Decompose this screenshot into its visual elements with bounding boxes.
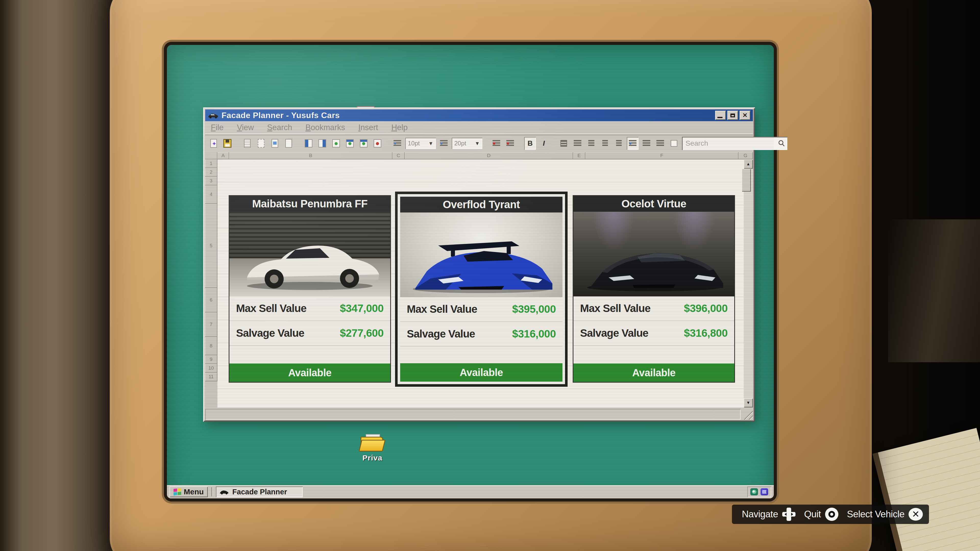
align-center-button[interactable] (585, 137, 597, 150)
salvage-row: Salvage Value $316,000 (400, 322, 563, 347)
vehicle-card-maibatsu[interactable]: Maibatsu Penumbra FF (229, 195, 391, 383)
spreadsheet-area: A B C D E F G 1 2 3 4 5 6 7 8 9 (205, 152, 753, 407)
scroll-down-arrow[interactable]: ▼ (744, 398, 753, 407)
menu-search[interactable]: Search (267, 123, 292, 132)
menu-file[interactable]: File (211, 123, 224, 132)
available-button[interactable]: Available (229, 364, 390, 382)
chevron-down-icon: ▼ (428, 141, 433, 146)
copy-button[interactable] (283, 137, 294, 150)
taskbar-task-facade-planner[interactable]: Facade Planner (216, 486, 303, 497)
insert-image-button[interactable] (269, 137, 281, 150)
italic-button[interactable]: I (538, 137, 550, 150)
desktop-icon-private[interactable]: Priva (353, 434, 391, 462)
start-menu-label: Menu (184, 487, 204, 496)
available-button[interactable]: Available (573, 364, 734, 382)
align-left-button[interactable] (572, 137, 584, 150)
paste-button[interactable] (255, 137, 267, 150)
window-dot-icon (332, 139, 340, 148)
max-sell-value: $347,000 (340, 302, 383, 314)
vehicle-photo-maibatsu (229, 212, 390, 297)
resize-grip[interactable] (742, 409, 753, 420)
scrollbar-thumb[interactable] (741, 168, 751, 192)
search-input[interactable] (686, 139, 778, 148)
font-size-large-combo[interactable]: 20pt▼ (452, 138, 482, 149)
max-sell-row: Max Sell Value $347,000 (229, 297, 390, 321)
row-header: 2 (205, 168, 218, 177)
vehicle-name: Maibatsu Penumbra FF (229, 196, 390, 212)
row-header: 3 (205, 177, 218, 186)
layout-left-button[interactable] (303, 137, 314, 150)
open-document-button[interactable] (242, 137, 253, 150)
column-header-g: G (738, 152, 753, 159)
row-header: 1 (205, 159, 218, 168)
toolbar: ✦ 10pt▼ 20pt▼ (205, 135, 753, 152)
column-header-row: A B C D E F G (205, 152, 753, 159)
max-sell-label: Max Sell Value (407, 303, 477, 315)
hint-label: Navigate (742, 509, 778, 519)
line-spacing-icon-large (438, 137, 450, 150)
outdent-button[interactable] (654, 137, 666, 150)
chevron-down-icon: ▼ (475, 141, 480, 146)
salvage-label: Salvage Value (236, 327, 304, 339)
menu-help[interactable]: Help (391, 123, 407, 132)
image-page-icon (272, 139, 278, 148)
window-green-1-button[interactable] (330, 137, 342, 150)
window-green-3-button[interactable] (358, 137, 369, 150)
available-button[interactable]: Available (400, 363, 563, 382)
new-document-button[interactable]: ✦ (208, 137, 220, 150)
search-box (682, 137, 788, 150)
salvage-label: Salvage Value (580, 327, 648, 339)
menu-view[interactable]: View (237, 123, 254, 132)
layout-split-button[interactable] (317, 137, 328, 150)
dashed-page-icon (258, 139, 264, 148)
floppy-disk-icon (223, 139, 231, 148)
close-button[interactable]: ✕ (740, 111, 750, 120)
vehicle-card-tyrant-selected[interactable]: Overflod Tyrant (395, 192, 568, 387)
numbered-list-button[interactable] (641, 137, 652, 150)
frame-button[interactable] (668, 137, 680, 150)
bracket-close-button[interactable] (613, 137, 625, 150)
max-sell-label: Max Sell Value (580, 302, 651, 314)
salvage-value: $316,000 (512, 328, 556, 340)
max-sell-row: Max Sell Value $395,000 (400, 297, 563, 322)
document-icon (244, 139, 251, 148)
car-icon (208, 112, 218, 119)
row-header: 8 (205, 337, 218, 355)
font-size-small-combo[interactable]: 10pt▼ (405, 138, 436, 149)
bracket-open-button[interactable] (599, 137, 611, 150)
bold-button[interactable]: B (524, 137, 536, 150)
hint-label: Quit (804, 509, 821, 519)
indent-marker-1-button[interactable] (490, 137, 502, 150)
network-tray-icon[interactable] (750, 488, 758, 495)
taskbar-divider (211, 487, 212, 496)
menu-insert[interactable]: Insert (358, 123, 378, 132)
record-button[interactable] (372, 137, 383, 150)
max-sell-value: $395,000 (512, 303, 556, 315)
vehicle-card-virtue[interactable]: Ocelot Virtue (573, 195, 735, 383)
row-header: 10 (205, 364, 218, 373)
window-titlebar[interactable]: Facade Planner - Yusufs Cars ✕ (205, 110, 753, 121)
menu-bookmarks[interactable]: Bookmarks (305, 123, 345, 132)
window-green-2-button[interactable] (344, 137, 356, 150)
list-button[interactable] (627, 137, 638, 150)
vertical-scrollbar[interactable]: ▲ ▼ (744, 159, 753, 407)
save-button[interactable] (221, 137, 233, 150)
search-icon[interactable] (778, 140, 785, 147)
taskbar: Menu Facade Planner (167, 485, 774, 499)
sheet-grid: Maibatsu Penumbra FF (218, 159, 744, 407)
align-block-button[interactable] (558, 137, 570, 150)
start-menu-button[interactable]: Menu (169, 486, 208, 497)
display-tray-icon[interactable] (760, 488, 768, 495)
hint-quit: Quit (804, 508, 838, 521)
line-spacing-icon-small (391, 137, 403, 150)
row-header: 11 (205, 373, 218, 381)
scroll-up-arrow[interactable]: ▲ (744, 159, 753, 168)
indent-marker-2-button[interactable] (504, 137, 516, 150)
vehicle-photo-tyrant (400, 213, 563, 297)
car-image (573, 212, 734, 297)
minimize-button[interactable] (715, 111, 726, 120)
maximize-button[interactable] (727, 111, 738, 120)
controller-hints-bar: Navigate Quit Select Vehicle ✕ (732, 505, 929, 524)
hint-select-vehicle: Select Vehicle ✕ (847, 508, 923, 521)
column-header-c: C (393, 152, 405, 159)
